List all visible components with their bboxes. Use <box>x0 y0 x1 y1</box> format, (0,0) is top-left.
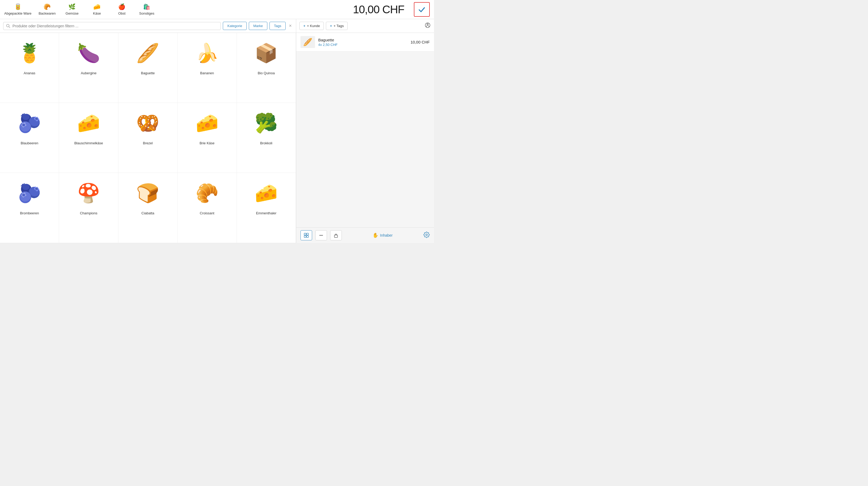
cart-actions: + + Kunde + + Tags <box>296 19 434 33</box>
svg-rect-7 <box>307 235 308 237</box>
product-name-champions: Champions <box>80 211 97 215</box>
product-image-blaubeeren: 🫐 <box>11 107 48 139</box>
product-name-blauschimmelkaese: Blauschimmelkäse <box>74 141 103 145</box>
nav-item-gemuese[interactable]: 🌿Gemüse <box>63 3 81 16</box>
add-tags-button[interactable]: + + Tags <box>326 22 348 30</box>
nav-icon-gemuese: 🌿 <box>68 3 75 10</box>
product-name-baguette: Baguette <box>141 71 155 75</box>
product-image-ciabatta: 🍞 <box>129 177 166 209</box>
search-bar: Kategorie Marke Tags × <box>0 19 296 33</box>
nav-item-backwaren[interactable]: 🥐Backwaren <box>38 3 56 16</box>
product-emmenthaler[interactable]: 🧀 Emmenthaler <box>237 173 296 243</box>
product-name-bio-quinoa: Bio Quinoa <box>258 71 275 75</box>
nav-label-abgepackte-ware: Abgepackte Ware <box>4 11 32 16</box>
product-image-brombeeren: 🫐 <box>11 177 48 209</box>
svg-rect-6 <box>304 235 306 237</box>
product-bananen[interactable]: 🍌 Bananen <box>178 33 237 103</box>
search-input[interactable] <box>12 24 218 28</box>
product-image-brie-kaese: 🧀 <box>188 107 225 139</box>
product-image-aubergine: 🍆 <box>70 37 107 69</box>
top-nav: 🥫Abgepackte Ware🥐Backwaren🌿Gemüse🧀Käse🍎O… <box>0 0 434 19</box>
kategorie-filter-button[interactable]: Kategorie <box>223 22 247 30</box>
product-baguette[interactable]: 🥖 Baguette <box>118 33 178 103</box>
product-aubergine[interactable]: 🍆 Aubergine <box>59 33 118 103</box>
cart-item-sub-baguette-item: 4x 2,50 CHF <box>318 43 407 47</box>
product-name-brie-kaese: Brie Käse <box>199 141 214 145</box>
product-name-aubergine: Aubergine <box>81 71 96 75</box>
nav-item-obst[interactable]: 🍎Obst <box>113 3 131 16</box>
inhaber-button[interactable]: ✋ Inhaber <box>373 232 393 238</box>
product-image-baguette: 🥖 <box>129 37 166 69</box>
price-display: 10,00 CHF <box>353 3 404 16</box>
bottom-icons <box>301 230 342 240</box>
tags-filter-button[interactable]: Tags <box>270 22 286 30</box>
confirm-button[interactable] <box>414 2 430 17</box>
nav-item-sonstiges[interactable]: 🛍️Sonstiges <box>137 3 156 16</box>
cart-items: 🥖 Baguette 4x 2,50 CHF 10,00 CHF <box>296 33 434 227</box>
product-name-ananas: Ananas <box>24 71 35 75</box>
product-image-bananen: 🍌 <box>188 37 225 69</box>
nav-label-kaese: Käse <box>93 11 101 16</box>
product-grid: 🍍 Ananas 🍆 Aubergine 🥖 Baguette 🍌 Banane… <box>0 33 296 243</box>
nav-label-backwaren: Backwaren <box>39 11 56 16</box>
product-image-emmenthaler: 🧀 <box>248 177 285 209</box>
svg-rect-4 <box>304 233 306 235</box>
product-blauschimmelkaese[interactable]: 🧀 Blauschimmelkäse <box>59 103 118 173</box>
cart-item-info-baguette-item: Baguette 4x 2,50 CHF <box>318 38 407 47</box>
product-ciabatta[interactable]: 🍞 Ciabatta <box>118 173 178 243</box>
product-blaubeeren[interactable]: 🫐 Blaubeeren <box>0 103 59 173</box>
product-name-bananen: Bananen <box>200 71 214 75</box>
svg-rect-5 <box>307 233 308 235</box>
product-name-brezel: Brezel <box>143 141 153 145</box>
cart-item-baguette-item[interactable]: 🥖 Baguette 4x 2,50 CHF 10,00 CHF <box>296 33 434 52</box>
product-image-champions: 🍄 <box>70 177 107 209</box>
product-name-blaubeeren: Blaubeeren <box>21 141 38 145</box>
bottom-bar: ✋ Inhaber <box>296 227 434 243</box>
product-ananas[interactable]: 🍍 Ananas <box>0 33 59 103</box>
svg-point-10 <box>426 234 427 235</box>
marke-filter-button[interactable]: Marke <box>249 22 267 30</box>
nav-icon-abgepackte-ware: 🥫 <box>14 3 22 10</box>
product-name-brombeeren: Brombeeren <box>20 211 39 215</box>
product-champions[interactable]: 🍄 Champions <box>59 173 118 243</box>
minus-button[interactable] <box>315 230 327 240</box>
cart-item-name-baguette-item: Baguette <box>318 38 407 42</box>
settings-button[interactable] <box>424 232 430 239</box>
product-image-ananas: 🍍 <box>11 37 48 69</box>
cart-item-price-baguette-item: 10,00 CHF <box>410 40 430 44</box>
nav-icon-obst: 🍎 <box>118 3 125 10</box>
nav-icon-kaese: 🧀 <box>93 3 100 10</box>
product-image-brokkoli: 🥦 <box>248 107 285 139</box>
left-panel: Kategorie Marke Tags × 🍍 Ananas 🍆 Auberg… <box>0 19 296 243</box>
search-input-wrapper <box>3 22 221 30</box>
product-image-croissant: 🥐 <box>188 177 225 209</box>
nav-item-kaese[interactable]: 🧀Käse <box>88 3 106 16</box>
product-brezel[interactable]: 🥨 Brezel <box>118 103 178 173</box>
lock-button[interactable] <box>330 230 342 240</box>
svg-rect-9 <box>334 235 338 237</box>
product-image-brezel: 🥨 <box>129 107 166 139</box>
product-brokkoli[interactable]: 🥦 Brokkoli <box>237 103 296 173</box>
sync-button[interactable] <box>425 22 431 30</box>
right-panel: + + Kunde + + Tags 🥖 Baguette <box>296 19 434 243</box>
nav-item-abgepackte-ware[interactable]: 🥫Abgepackte Ware <box>4 3 32 16</box>
product-name-brokkoli: Brokkoli <box>260 141 272 145</box>
cart-item-image-baguette-item: 🥖 <box>301 36 315 48</box>
product-brie-kaese[interactable]: 🧀 Brie Käse <box>178 103 237 173</box>
search-icon <box>6 24 10 28</box>
nav-icon-backwaren: 🥐 <box>43 3 51 10</box>
product-image-bio-quinoa: 📦 <box>248 37 285 69</box>
product-bio-quinoa[interactable]: 📦 Bio Quinoa <box>237 33 296 103</box>
clear-search-button[interactable]: × <box>288 22 293 30</box>
product-name-ciabatta: Ciabatta <box>142 211 154 215</box>
inhaber-label: Inhaber <box>380 233 393 237</box>
grid-view-button[interactable] <box>301 230 312 240</box>
product-brombeeren[interactable]: 🫐 Brombeeren <box>0 173 59 243</box>
product-image-blauschimmelkaese: 🧀 <box>70 107 107 139</box>
svg-line-1 <box>9 27 10 28</box>
product-name-croissant: Croissant <box>200 211 214 215</box>
add-customer-button[interactable]: + + Kunde <box>300 22 324 30</box>
svg-point-3 <box>427 24 428 25</box>
product-name-emmenthaler: Emmenthaler <box>256 211 276 215</box>
product-croissant[interactable]: 🥐 Croissant <box>178 173 237 243</box>
